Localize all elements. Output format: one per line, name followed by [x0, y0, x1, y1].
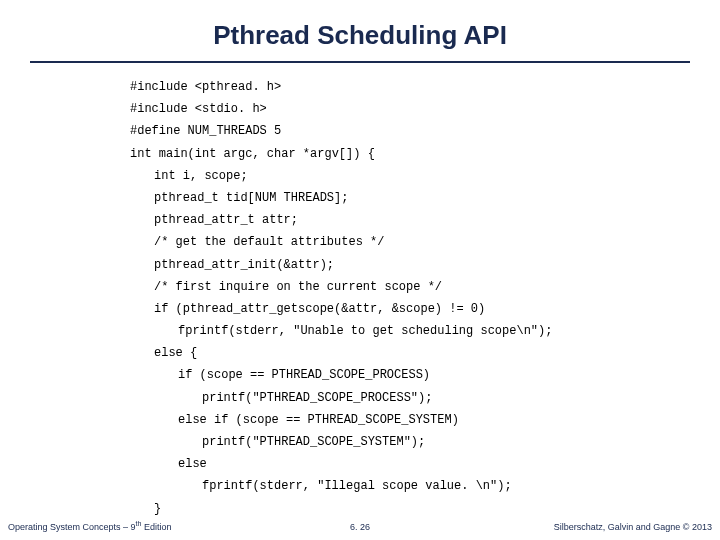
code-line: pthread_attr_init(&attr); [130, 257, 690, 273]
code-line: int main(int argc, char *argv[]) { [130, 146, 690, 162]
code-line: fprintf(stderr, "Unable to get schedulin… [130, 323, 690, 339]
title-underline [30, 61, 690, 63]
code-line: else [130, 456, 690, 472]
code-line: fprintf(stderr, "Illegal scope value. \n… [130, 478, 690, 494]
footer-left-text-b: Edition [141, 522, 171, 532]
footer-right: Silberschatz, Galvin and Gagne © 2013 [554, 522, 712, 532]
code-line: pthread_t tid[NUM THREADS]; [130, 190, 690, 206]
code-line: /* get the default attributes */ [130, 234, 690, 250]
code-line: else if (scope == PTHREAD_SCOPE_SYSTEM) [130, 412, 690, 428]
code-line: #include <pthread. h> [130, 79, 690, 95]
footer-center: 6. 26 [350, 522, 370, 532]
code-line: /* first inquire on the current scope */ [130, 279, 690, 295]
title-area: Pthread Scheduling API [0, 0, 720, 63]
footer-left-text-a: Operating System Concepts – 9 [8, 522, 136, 532]
code-line: int i, scope; [130, 168, 690, 184]
code-block: #include <pthread. h> #include <stdio. h… [130, 79, 690, 517]
code-line: #define NUM_THREADS 5 [130, 123, 690, 139]
code-line: pthread_attr_t attr; [130, 212, 690, 228]
slide: Pthread Scheduling API #include <pthread… [0, 0, 720, 540]
code-line: else { [130, 345, 690, 361]
code-line: if (scope == PTHREAD_SCOPE_PROCESS) [130, 367, 690, 383]
code-line: #include <stdio. h> [130, 101, 690, 117]
slide-title: Pthread Scheduling API [213, 20, 507, 55]
code-line: printf("PTHREAD_SCOPE_SYSTEM"); [130, 434, 690, 450]
code-line: if (pthread_attr_getscope(&attr, &scope)… [130, 301, 690, 317]
footer-left: Operating System Concepts – 9th Edition [8, 520, 171, 532]
footer: Operating System Concepts – 9th Edition … [0, 514, 720, 532]
code-line: printf("PTHREAD_SCOPE_PROCESS"); [130, 390, 690, 406]
